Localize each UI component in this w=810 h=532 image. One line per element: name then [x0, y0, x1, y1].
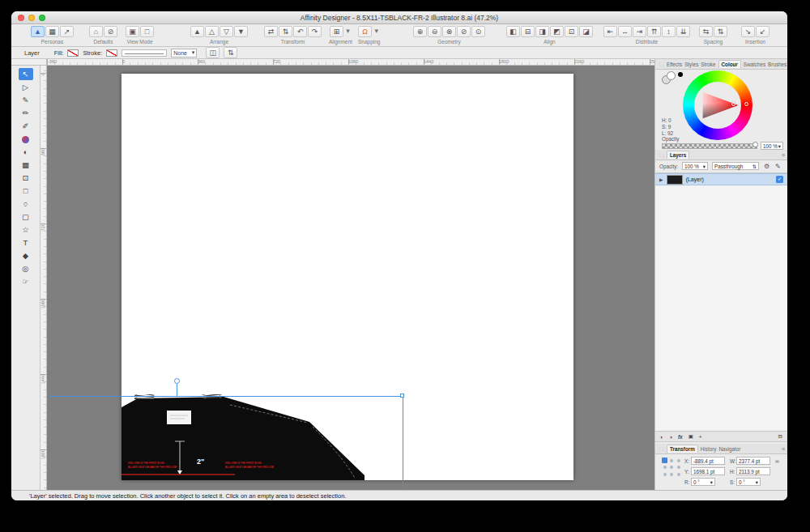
x-field[interactable]: -889.4 pt	[691, 457, 725, 465]
distribute-bottom-icon[interactable]: ⇊	[676, 26, 690, 37]
tab-history[interactable]: History	[701, 446, 717, 452]
tab-stroke[interactable]: Stroke	[701, 62, 715, 67]
pencil-tool[interactable]: ✏	[19, 107, 33, 119]
transparency-tool[interactable]: ◐	[19, 146, 33, 158]
rounded-rectangle-tool[interactable]: ▢	[19, 211, 33, 223]
panel-grip-icon[interactable]: ⋮⋮	[658, 152, 664, 157]
snapping-dropdown-icon[interactable]: ▾	[373, 26, 380, 37]
tab-colour[interactable]: Colour	[718, 60, 741, 68]
selection-corner-handle[interactable]	[400, 394, 404, 398]
rotation-handle[interactable]	[174, 378, 180, 384]
align-top-icon[interactable]: ◩	[550, 26, 564, 37]
rotate-ccw-icon[interactable]: ↶	[293, 26, 307, 37]
rectangle-tool[interactable]: □	[19, 185, 33, 197]
tab-swatches[interactable]: Swatches	[744, 62, 765, 67]
boolean-intersect-icon[interactable]: ⊗	[442, 26, 456, 37]
fx-icon[interactable]: fx	[678, 434, 683, 440]
stroke-swatch[interactable]	[106, 49, 117, 57]
designer-persona-icon[interactable]: ▲	[31, 26, 45, 37]
align-left-icon[interactable]: ◧	[506, 26, 520, 37]
panel-grip-icon[interactable]: ⋮⋮	[658, 446, 664, 451]
panel-menu-icon[interactable]: ≡	[782, 446, 785, 452]
synchronise-defaults-icon[interactable]: ⌂	[89, 26, 103, 37]
node-tool[interactable]: ▷	[19, 81, 33, 93]
saturation-marker[interactable]	[731, 102, 735, 106]
anchor-point-selector[interactable]	[662, 458, 681, 477]
fill-swatch[interactable]	[67, 49, 79, 57]
zoom-tool[interactable]: ◎	[19, 262, 33, 275]
boolean-divide-icon[interactable]: ⊘	[457, 26, 471, 37]
colour-wheel[interactable]	[683, 70, 752, 140]
flip-horizontal-icon[interactable]: ⇄	[264, 26, 278, 37]
delete-layer-icon[interactable]: ⊟	[778, 433, 782, 440]
opacity-slider-knob[interactable]	[752, 142, 758, 147]
layer-visibility-checkbox[interactable]: ✓	[776, 176, 783, 183]
view-tool[interactable]: ☞	[19, 275, 33, 287]
hue-marker[interactable]	[744, 102, 748, 106]
secondary-colour-dot[interactable]	[678, 72, 683, 77]
vector-crop-tool[interactable]: ⊡	[19, 172, 33, 184]
move-to-back-icon[interactable]: ▼	[234, 26, 248, 37]
distribute-right-icon[interactable]: ⇥	[633, 26, 646, 37]
add-layer-icon[interactable]: +	[699, 434, 702, 440]
rotate-cw-icon[interactable]: ↷	[308, 26, 322, 37]
panel-menu-icon[interactable]: ≡	[782, 152, 785, 158]
panel-grip-icon[interactable]: ⋮⋮	[658, 62, 664, 66]
flip-vertical-icon[interactable]: ⇅	[279, 26, 292, 37]
tshirt-graphic[interactable]: 2" RED LINE IS THE PRINT EDGE ALL ART MU…	[122, 394, 364, 480]
space-vertically-icon[interactable]: ⇅	[714, 26, 727, 37]
gear-icon[interactable]: ⚙	[764, 163, 770, 170]
stroke-order-icon[interactable]: ⇅	[224, 47, 237, 58]
stroke-align-icon[interactable]: ◫	[206, 47, 220, 58]
space-horizontally-icon[interactable]: ⇆	[699, 26, 713, 37]
shape-tool[interactable]: ☆	[19, 223, 33, 236]
tab-styles[interactable]: Styles	[684, 62, 698, 67]
move-forward-icon[interactable]: △	[205, 26, 219, 37]
move-tool[interactable]: ↖	[19, 68, 33, 80]
distribute-middle-icon[interactable]: ↕	[662, 26, 676, 37]
y-field[interactable]: 1698.1 pt	[691, 467, 725, 475]
fill-tool[interactable]	[19, 133, 33, 145]
canvas-viewport[interactable]: 2" RED LINE IS THE PRINT EDGE ALL ART MU…	[47, 66, 654, 490]
boolean-subtract-icon[interactable]: ⊖	[428, 26, 441, 37]
stroke-selector-icon[interactable]	[667, 71, 676, 80]
tab-brushes[interactable]: Brushes	[768, 62, 787, 67]
vertical-ruler[interactable]: 0 360 720 1080 1440 1800	[40, 66, 47, 490]
mask-icon[interactable]: ◗	[660, 434, 663, 440]
horizontal-ruler[interactable]: -360 0 360 720 1080 1440 1800 2160 2520	[47, 59, 654, 66]
h-field[interactable]: 2113.9 pt	[736, 467, 770, 475]
stroke-width-select[interactable]: None▾	[171, 49, 197, 57]
distribute-top-icon[interactable]: ⇈	[647, 26, 661, 37]
edit-all-layers-icon[interactable]: ✎	[775, 163, 781, 170]
alignment-dropdown-icon[interactable]: ▾	[344, 26, 352, 37]
stroke-width-preview[interactable]	[122, 49, 167, 57]
revert-defaults-icon[interactable]: ⊘	[104, 26, 117, 37]
link-dimensions-icon[interactable]: ∞	[775, 458, 779, 464]
artistic-text-tool[interactable]: T	[19, 236, 33, 249]
align-centre-icon[interactable]: ⊟	[521, 26, 535, 37]
move-to-front-icon[interactable]: ▲	[190, 26, 204, 37]
selection-right-edge[interactable]	[403, 396, 403, 490]
align-bottom-icon[interactable]: ◪	[579, 26, 593, 37]
move-backward-icon[interactable]: ▽	[220, 26, 233, 37]
alignment-icon[interactable]: ⊞	[330, 26, 343, 37]
colour-picker-tool[interactable]: ◆	[19, 249, 33, 262]
selection-top-edge[interactable]	[49, 396, 403, 397]
tab-layers[interactable]: Layers	[667, 151, 689, 159]
shear-field[interactable]: 0 °▾	[736, 478, 761, 486]
layer-row[interactable]: ▶ (Layer) ✓	[655, 173, 787, 185]
snapping-magnet-icon[interactable]: Ω	[358, 26, 372, 37]
pen-tool[interactable]: ✎	[19, 94, 33, 106]
opacity-slider[interactable]	[662, 143, 757, 149]
align-middle-icon[interactable]: ⊡	[565, 26, 578, 37]
layers-opacity-select[interactable]: 100 %▾	[682, 162, 708, 170]
distribute-left-icon[interactable]: ⇤	[603, 26, 617, 37]
boolean-add-icon[interactable]: ⊕	[413, 26, 427, 37]
boolean-combine-icon[interactable]: ⊙	[471, 26, 485, 37]
tab-transform[interactable]: Transform	[667, 445, 698, 453]
blend-mode-select[interactable]: Passthrough⇅	[712, 162, 759, 170]
pixel-persona-icon[interactable]: ▦	[45, 26, 59, 37]
vector-brush-tool[interactable]: ✐	[19, 120, 33, 132]
opacity-value-select[interactable]: 100 %▾	[761, 142, 783, 150]
adjustment-icon[interactable]: ◑	[669, 434, 672, 440]
